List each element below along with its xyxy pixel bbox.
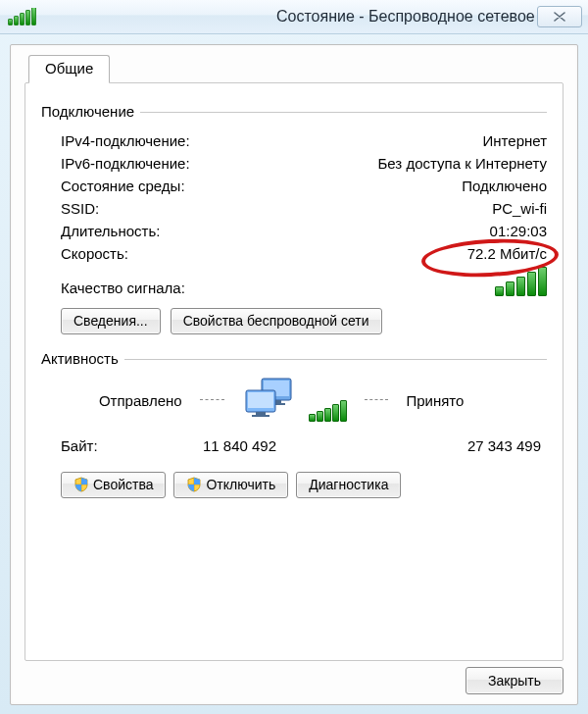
wireless-properties-button-label: Свойства беспроводной сети (183, 313, 369, 329)
svg-rect-5 (248, 392, 273, 408)
group-activity: Активность Отправлено (41, 350, 547, 498)
media-state-label: Состояние среды: (61, 178, 185, 194)
divider (140, 112, 547, 113)
divider (124, 359, 547, 360)
client-area: Общие Подключение IPv4-подключение:Интер… (10, 44, 578, 705)
diagnose-button-label: Диагностика (309, 477, 388, 492)
properties-button[interactable]: Свойства (61, 472, 166, 498)
disable-button[interactable]: Отключить (173, 472, 288, 498)
bytes-row: Байт: 11 840 492 27 343 499 (41, 432, 547, 454)
svg-rect-7 (252, 415, 270, 417)
ssid-label: SSID: (61, 200, 99, 217)
properties-button-label: Свойства (93, 477, 153, 492)
diagnose-button[interactable]: Диагностика (296, 472, 401, 498)
ssid-value: PC_wi-fi (492, 200, 547, 217)
ipv4-value: Интернет (483, 132, 547, 149)
sent-label: Отправлено (41, 392, 182, 409)
window-title: Состояние - Беспроводное сетевое соедине… (276, 8, 537, 26)
group-connection: Подключение IPv4-подключение:Интернет IP… (41, 103, 547, 334)
disable-button-label: Отключить (206, 477, 275, 492)
activity-signal-icon (309, 402, 347, 422)
wireless-properties-button[interactable]: Свойства беспроводной сети (171, 308, 382, 334)
group-connection-title: Подключение (41, 103, 140, 120)
ipv4-label: IPv4-подключение: (61, 132, 190, 149)
close-button[interactable]: Закрыть (466, 667, 564, 694)
duration-label: Длительность: (61, 223, 160, 239)
titlebar: Состояние - Беспроводное сетевое соедине… (0, 0, 588, 34)
speed-label: Скорость: (61, 245, 128, 262)
status-dialog: Состояние - Беспроводное сетевое соедине… (0, 0, 588, 714)
signal-bars-icon (495, 269, 547, 296)
duration-value: 01:29:03 (490, 223, 547, 239)
svg-rect-6 (256, 412, 266, 415)
tab-general-label: Общие (45, 60, 93, 76)
received-label: Принято (406, 392, 547, 409)
shield-icon (186, 477, 202, 492)
dialog-footer: Закрыть (466, 667, 564, 694)
media-state-value: Подключено (462, 178, 547, 194)
tabstrip: Общие (28, 55, 564, 83)
group-activity-title: Активность (41, 350, 124, 367)
divider (365, 399, 389, 401)
details-button-label: Сведения... (74, 313, 148, 329)
close-button-label: Закрыть (488, 673, 541, 688)
details-button[interactable]: Сведения... (61, 308, 161, 334)
tab-panel: Подключение IPv4-подключение:Интернет IP… (24, 82, 564, 661)
close-icon (554, 12, 565, 22)
signal-quality-label: Качество сигнала: (61, 280, 185, 296)
bytes-received-value: 27 343 499 (340, 437, 547, 454)
speed-value: 72.2 Мбит/с (467, 245, 547, 262)
divider (200, 399, 224, 401)
wifi-signal-icon (8, 8, 269, 26)
ipv6-label: IPv6-подключение: (61, 155, 190, 172)
ipv6-value: Без доступа к Интернету (377, 155, 547, 172)
network-monitors-icon (242, 377, 305, 424)
activity-visual: Отправлено (41, 377, 547, 424)
tab-general[interactable]: Общие (28, 55, 110, 83)
close-window-button[interactable] (537, 6, 582, 27)
bytes-label: Байт: (61, 437, 139, 454)
bytes-sent-value: 11 840 492 (139, 437, 340, 454)
shield-icon (74, 477, 89, 492)
